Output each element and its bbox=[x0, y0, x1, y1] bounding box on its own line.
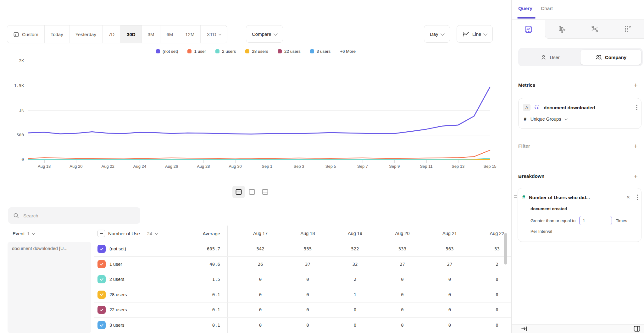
add-filter-button[interactable]: + bbox=[634, 143, 638, 149]
legend-item[interactable]: 2 users bbox=[215, 49, 236, 54]
x-axis-tick bbox=[490, 160, 490, 163]
panel-tabs: Query Chart bbox=[512, 0, 644, 19]
range-today[interactable]: Today bbox=[45, 25, 69, 43]
row-value: 0 bbox=[379, 302, 426, 317]
tile-bar-chart[interactable] bbox=[545, 20, 578, 39]
chevron-down-icon bbox=[219, 32, 222, 35]
range-6m[interactable]: 6M bbox=[160, 25, 179, 43]
legend-item[interactable]: 1 user bbox=[187, 49, 206, 54]
row-average: 0.1 bbox=[170, 318, 220, 333]
row-value: 37 bbox=[284, 257, 331, 272]
legend-label: 2 users bbox=[222, 49, 236, 54]
close-icon[interactable]: × bbox=[626, 194, 630, 201]
add-breakdown-button[interactable]: + bbox=[634, 173, 638, 179]
calendar-icon bbox=[13, 31, 19, 37]
legend-more[interactable]: +6 More bbox=[340, 49, 356, 54]
tab-chart[interactable]: Chart bbox=[541, 6, 553, 11]
tab-query[interactable]: Query bbox=[518, 6, 532, 11]
legend-item[interactable]: 3 users bbox=[310, 49, 330, 54]
chart-top-view-button[interactable] bbox=[246, 186, 258, 198]
row-checkbox[interactable] bbox=[97, 321, 106, 329]
row-checkbox[interactable] bbox=[97, 291, 106, 299]
search-input[interactable]: Search bbox=[8, 207, 140, 224]
sparkle-cursor-icon bbox=[534, 104, 540, 111]
select-all-checkbox[interactable] bbox=[97, 230, 105, 237]
search-icon bbox=[13, 213, 19, 219]
breakdown-name: Number of Users who did... bbox=[529, 195, 623, 200]
table-row[interactable]: 22 users0.1000000 bbox=[94, 302, 512, 318]
panel-footer bbox=[512, 324, 644, 333]
x-axis-label: Sep 3 bbox=[286, 164, 312, 169]
measure-label: Unique Groups bbox=[530, 117, 561, 122]
legend-item[interactable]: 22 users bbox=[278, 49, 301, 54]
entity-option-company[interactable]: Company bbox=[580, 50, 641, 65]
legend-label: 1 user bbox=[194, 49, 206, 54]
analytics-app: CustomTodayYesterday7D30D3M6M12MXTD Comp… bbox=[0, 0, 644, 333]
tile-flow-chart[interactable] bbox=[578, 20, 611, 39]
table-row[interactable]: 28 users0.1001000 bbox=[94, 287, 512, 303]
legend-swatch bbox=[245, 49, 249, 53]
chart-lines bbox=[28, 61, 490, 161]
interval-dropdown[interactable]: Day bbox=[424, 25, 450, 43]
row-value: 0 bbox=[426, 302, 473, 317]
legend-label: 22 users bbox=[284, 49, 301, 54]
metric-name: document downloaded bbox=[544, 105, 633, 110]
vertical-scrollbar[interactable] bbox=[504, 233, 507, 265]
table-row[interactable]: 1 user40.626373227272 bbox=[94, 257, 512, 272]
breakdown-card[interactable]: # Number of Users who did... × document … bbox=[518, 188, 641, 242]
metric-kebab-icon[interactable] bbox=[636, 105, 637, 110]
breakdown-unit: Times bbox=[616, 218, 627, 223]
y-axis-label: 1.5K bbox=[0, 83, 24, 88]
row-label: 22 users bbox=[109, 302, 127, 317]
split-view-button[interactable] bbox=[232, 186, 245, 198]
x-axis-tick bbox=[76, 160, 76, 163]
metric-card[interactable]: A document downloaded # Unique Groups bbox=[518, 98, 641, 129]
range-xtd[interactable]: XTD bbox=[201, 25, 227, 43]
search-placeholder: Search bbox=[23, 213, 38, 218]
row-value: 0 bbox=[379, 287, 426, 302]
series-header-label: Number of Use... bbox=[108, 231, 144, 236]
tile-line-chart[interactable] bbox=[512, 20, 545, 39]
row-checkbox[interactable] bbox=[97, 260, 106, 268]
chart-type-dropdown[interactable]: Line bbox=[457, 25, 493, 43]
breakdown-per-interval: Per Interval bbox=[530, 229, 552, 234]
x-axis-label: Aug 22 bbox=[95, 164, 121, 169]
row-value: 522 bbox=[331, 241, 379, 256]
layout-toggle bbox=[231, 184, 273, 199]
legend-item[interactable]: 28 users bbox=[245, 49, 268, 54]
row-checkbox[interactable] bbox=[97, 306, 106, 314]
date-column-header: Aug 21 bbox=[426, 226, 473, 241]
drag-handle-icon[interactable] bbox=[514, 195, 517, 198]
range-12m[interactable]: 12M bbox=[179, 25, 201, 43]
table-row[interactable]: 2 users1.5002000 bbox=[94, 272, 512, 287]
row-checkbox[interactable] bbox=[97, 275, 106, 283]
table-row[interactable]: (not set)605.754255552253356353 bbox=[94, 241, 512, 257]
tile-grid-chart[interactable] bbox=[611, 20, 644, 39]
collapse-panel-icon[interactable] bbox=[521, 326, 527, 331]
range-custom[interactable]: Custom bbox=[7, 25, 45, 43]
table-row[interactable]: 3 users0.1000000 bbox=[94, 318, 512, 333]
times-value-input[interactable] bbox=[579, 216, 612, 225]
chart-bottom-view-button[interactable] bbox=[259, 186, 271, 198]
row-value: 0 bbox=[426, 272, 473, 287]
add-metric-button[interactable]: + bbox=[634, 82, 638, 88]
line-chart-icon bbox=[524, 25, 533, 34]
event-name-cell[interactable]: document downloaded [U... bbox=[8, 242, 91, 333]
row-label: (not set) bbox=[109, 241, 126, 256]
range-yesterday[interactable]: Yesterday bbox=[69, 25, 103, 43]
x-axis-label: Sep 15 bbox=[477, 164, 503, 169]
series-column-header[interactable]: Number of Use... 24 bbox=[97, 226, 158, 241]
measure-dropdown[interactable]: # Unique Groups bbox=[524, 117, 567, 122]
range-3m[interactable]: 3M bbox=[142, 25, 161, 43]
x-axis-tick bbox=[267, 160, 267, 163]
row-checkbox[interactable] bbox=[97, 245, 106, 253]
panel-toggle-icon[interactable] bbox=[634, 326, 640, 332]
legend-item[interactable]: (not set) bbox=[156, 49, 178, 54]
series-count: 24 bbox=[147, 231, 152, 236]
range-7d[interactable]: 7D bbox=[103, 25, 121, 43]
compare-button[interactable]: Compare bbox=[246, 25, 283, 43]
breakdown-kebab-icon[interactable] bbox=[637, 194, 638, 200]
range-30d[interactable]: 30D bbox=[121, 25, 142, 43]
event-column-header[interactable]: Event 1 bbox=[13, 226, 35, 241]
entity-option-user[interactable]: User bbox=[520, 50, 580, 65]
